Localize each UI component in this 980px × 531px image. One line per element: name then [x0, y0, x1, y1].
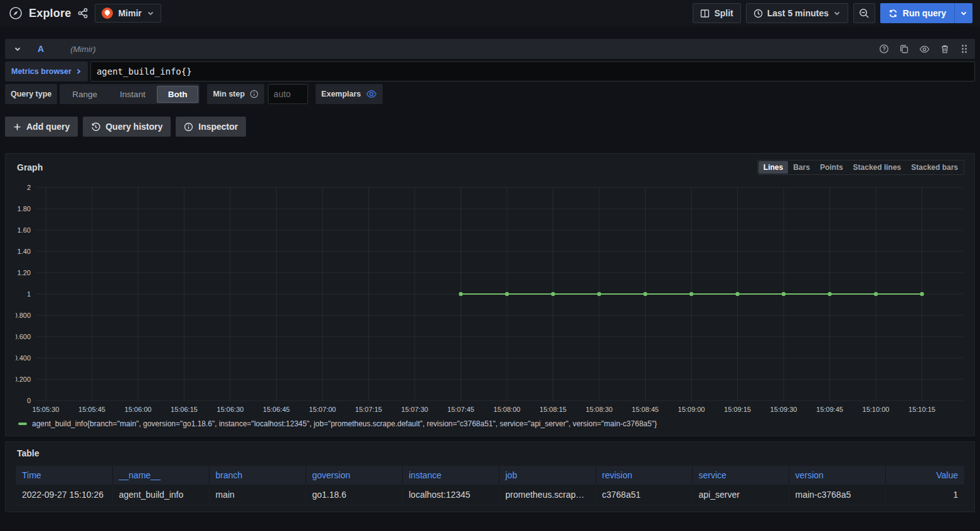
datasource-picker[interactable]: Mimir	[95, 4, 161, 23]
inspector-info-icon	[184, 122, 193, 132]
delete-query-icon[interactable]	[940, 44, 950, 54]
add-query-button[interactable]: Add query	[5, 117, 78, 137]
min-step-chip: Min step	[207, 84, 264, 104]
refresh-icon	[888, 9, 898, 18]
chevron-down-icon	[833, 9, 841, 17]
run-query-label: Run query	[903, 8, 946, 18]
graph-mode-stacked-bars[interactable]: Stacked bars	[906, 161, 963, 174]
cell-name: agent_build_info	[112, 485, 209, 505]
cell-revision: c3768a51	[595, 485, 692, 505]
column-header-value[interactable]: Value	[885, 466, 964, 485]
chevron-right-icon	[75, 68, 82, 75]
query-expression-input[interactable]: agent_build_info{}	[90, 61, 975, 81]
results-table: Time __name__ branch goversion instance …	[16, 466, 964, 505]
cell-instance: localhost:12345	[402, 485, 499, 505]
column-header-instance[interactable]: instance	[402, 466, 499, 485]
column-header-name[interactable]: __name__	[112, 466, 209, 485]
cell-time: 2022-09-27 15:10:26	[16, 485, 112, 505]
chevron-down-icon	[147, 9, 154, 17]
inspector-button[interactable]: Inspector	[176, 117, 246, 137]
metrics-browser-button[interactable]: Metrics browser	[5, 61, 88, 81]
exemplars-toggle-eye-icon[interactable]	[366, 88, 377, 100]
svg-text:1.60: 1.60	[18, 226, 31, 234]
column-header-goversion[interactable]: goversion	[306, 466, 402, 485]
time-range-picker[interactable]: Last 5 minutes	[746, 3, 848, 23]
graph-mode-lines[interactable]: Lines	[759, 161, 788, 174]
svg-text:15:10:00: 15:10:00	[863, 406, 890, 413]
cell-branch: main	[209, 485, 306, 505]
metrics-browser-label: Metrics browser	[11, 67, 72, 76]
run-query-button[interactable]: Run query	[880, 3, 972, 23]
graph-panel-title: Graph	[16, 162, 43, 172]
exemplars-chip: Exemplars	[316, 84, 383, 104]
svg-text:15:09:00: 15:09:00	[678, 406, 705, 413]
info-icon[interactable]	[250, 90, 258, 98]
query-type-label: Query type	[5, 84, 57, 104]
svg-text:1.40: 1.40	[18, 248, 31, 255]
query-history-label: Query history	[105, 122, 162, 132]
column-header-version[interactable]: version	[789, 466, 885, 485]
query-datasource-hint: (Mimir)	[70, 45, 95, 54]
table-header-row: Time __name__ branch goversion instance …	[16, 466, 964, 485]
query-type-selector: Range Instant Both	[60, 84, 200, 104]
run-query-dropdown[interactable]	[954, 3, 972, 23]
svg-text:15:08:00: 15:08:00	[494, 406, 521, 413]
column-header-service[interactable]: service	[692, 466, 789, 485]
split-icon	[700, 9, 710, 18]
graph-mode-stacked-lines[interactable]: Stacked lines	[848, 161, 907, 174]
query-type-both[interactable]: Both	[157, 86, 199, 103]
collapse-chevron-icon[interactable]	[14, 45, 21, 53]
query-ref-id[interactable]: A	[38, 44, 44, 54]
legend-series-swatch	[18, 423, 27, 425]
svg-text:15:07:45: 15:07:45	[447, 406, 474, 413]
legend-series-label[interactable]: agent_build_info{branch="main", goversio…	[32, 419, 657, 428]
cell-job: prometheus.scrape.default	[499, 485, 595, 505]
history-icon	[91, 122, 100, 132]
explore-compass-icon	[9, 6, 23, 20]
column-header-revision[interactable]: revision	[595, 466, 692, 485]
svg-text:15:08:45: 15:08:45	[632, 406, 659, 413]
svg-text:15:09:15: 15:09:15	[724, 406, 751, 413]
query-type-instant[interactable]: Instant	[109, 86, 157, 103]
graph-panel: Graph Lines Bars Points Stacked lines St…	[5, 153, 975, 436]
svg-text:0: 0	[27, 397, 31, 404]
svg-text:15:07:15: 15:07:15	[355, 406, 382, 413]
column-header-job[interactable]: job	[499, 466, 595, 485]
svg-text:15:09:30: 15:09:30	[770, 406, 797, 413]
duplicate-query-icon[interactable]	[899, 44, 909, 54]
min-step-label: Min step	[213, 90, 245, 98]
svg-text:0.600: 0.600	[16, 333, 31, 340]
column-header-time[interactable]: Time	[16, 466, 112, 485]
svg-text:0.800: 0.800	[16, 312, 31, 319]
query-history-button[interactable]: Query history	[83, 117, 171, 137]
svg-text:15:08:15: 15:08:15	[540, 406, 567, 413]
svg-text:15:07:30: 15:07:30	[402, 406, 429, 413]
drag-handle-icon[interactable]	[960, 44, 969, 54]
table-panel-title: Table	[16, 448, 40, 458]
column-header-branch[interactable]: branch	[209, 466, 306, 485]
split-button[interactable]: Split	[693, 3, 740, 23]
svg-text:1.20: 1.20	[18, 269, 31, 276]
cell-version: main-c3768a5	[789, 485, 885, 505]
svg-text:15:05:30: 15:05:30	[33, 406, 60, 413]
min-step-input[interactable]	[268, 84, 308, 104]
query-type-range[interactable]: Range	[61, 86, 109, 103]
graph-canvas[interactable]: 21.801.601.401.2010.8000.6000.4000.20001…	[16, 184, 966, 418]
svg-text:15:06:00: 15:06:00	[125, 406, 152, 413]
zoom-out-button[interactable]	[853, 3, 875, 23]
svg-text:15:10:15: 15:10:15	[908, 406, 935, 413]
disable-query-eye-icon[interactable]	[919, 44, 930, 55]
graph-mode-points[interactable]: Points	[815, 161, 848, 174]
svg-text:15:05:45: 15:05:45	[78, 406, 105, 413]
graph-mode-bars[interactable]: Bars	[788, 161, 815, 174]
svg-text:15:07:00: 15:07:00	[309, 406, 336, 413]
exemplars-label: Exemplars	[321, 90, 361, 98]
svg-text:15:06:45: 15:06:45	[263, 406, 290, 413]
page-title: Explore	[29, 7, 71, 20]
svg-text:15:08:30: 15:08:30	[586, 406, 613, 413]
graph-mode-selector: Lines Bars Points Stacked lines Stacked …	[757, 160, 964, 175]
share-icon[interactable]	[77, 8, 88, 19]
help-icon[interactable]	[879, 44, 889, 54]
svg-text:0.400: 0.400	[16, 354, 31, 362]
datasource-name: Mimir	[118, 8, 141, 18]
